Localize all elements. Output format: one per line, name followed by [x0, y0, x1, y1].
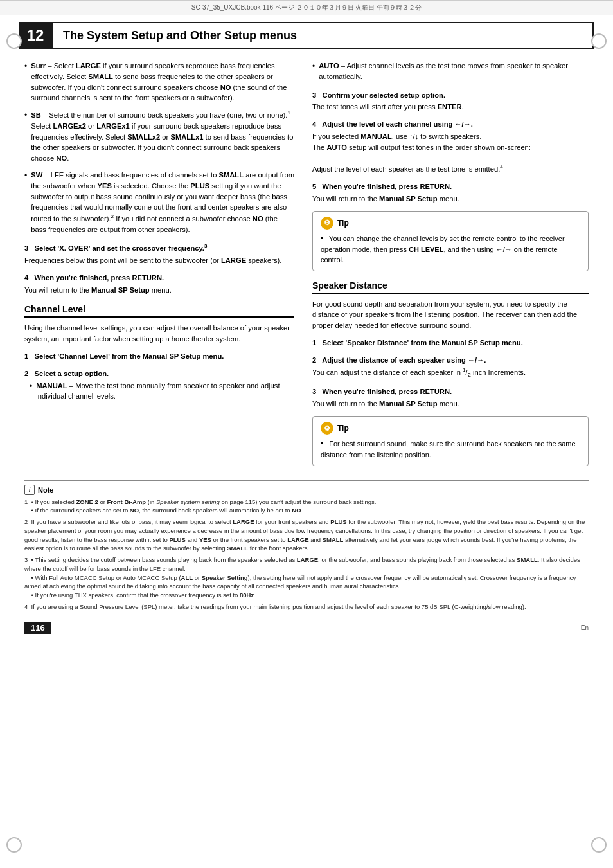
page-lang: En — [581, 624, 589, 631]
bullet-dot-sb: • — [24, 109, 27, 164]
step1-sd: 1 Select 'Speaker Distance' from the Man… — [312, 338, 589, 348]
note-section: i Note 1 • If you selected ZONE 2 or Fro… — [24, 480, 589, 611]
tip-channel-header: ⚙ Tip — [321, 217, 580, 230]
chapter-title: The System Setup and Other Setup menus — [51, 22, 594, 49]
tip-channel-content: • You can change the channel levels by s… — [321, 233, 580, 266]
note-item-2: 2 If you have a subwoofer and like lots … — [24, 518, 589, 553]
bullet-surr-text: Surr – Select LARGE if your surround spe… — [31, 60, 294, 104]
tip-channel-label: Tip — [337, 219, 349, 228]
bullet-dot-manual: • — [30, 381, 32, 402]
note-item-4: 4 If you are using a Sound Pressure Leve… — [24, 602, 589, 611]
chapter-number: 12 — [19, 22, 51, 49]
tip-sd: ⚙ Tip • For best surround sound, make su… — [312, 416, 589, 466]
corner-decoration-bl — [6, 837, 22, 853]
bullet-surr: • Surr – Select LARGE if your surround s… — [24, 60, 294, 104]
note-icon: i — [24, 485, 35, 495]
step4-left-title: 4 When you're finished, press RETURN. — [24, 273, 294, 284]
step3-sd-title: 3 When you're finished, press RETURN. — [312, 386, 589, 397]
corner-decoration-tr — [591, 33, 607, 49]
step3-right-body: The test tones will start after you pres… — [312, 102, 589, 113]
bullet-dot: • — [24, 60, 27, 104]
step4-left-body: You will return to the Manual SP Setup m… — [24, 285, 294, 296]
step3-left: 3 Select 'X. OVER' and set the crossover… — [24, 242, 294, 266]
bullet-dot-sw: • — [24, 170, 27, 235]
step5-right: 5 When you're finished, press RETURN. Yo… — [312, 181, 589, 204]
step2-sd-title: 2 Adjust the distance of each speaker us… — [312, 355, 589, 366]
page: SC-37_35_UXJCB.book 116 ページ ２０１０年３月９日 火曜… — [0, 0, 613, 868]
chapter-header: 12 The System Setup and Other Setup menu… — [19, 15, 594, 49]
step2-sd: 2 Adjust the distance of each speaker us… — [312, 355, 589, 381]
step4-right: 4 Adjust the level of each channel using… — [312, 119, 589, 175]
step1-sd-title: 1 Select 'Speaker Distance' from the Man… — [312, 338, 589, 348]
tip-icon: ⚙ — [321, 217, 333, 230]
step1-channel-title: 1 Select 'Channel Level' from the Manual… — [24, 351, 294, 362]
speaker-distance-intro: For good sound depth and separation from… — [312, 299, 589, 331]
bullet-sw-text: SW – LFE signals and bass frequencies of… — [31, 170, 294, 235]
header-bar: SC-37_35_UXJCB.book 116 ページ ２０１０年３月９日 火曜… — [0, 0, 613, 15]
file-info: SC-37_35_UXJCB.book 116 ページ ２０１０年３月９日 火曜… — [8, 3, 605, 12]
step1-channel: 1 Select 'Channel Level' from the Manual… — [24, 351, 294, 362]
step3-left-title: 3 Select 'X. OVER' and set the crossover… — [24, 242, 294, 254]
note-item-1: 1 • If you selected ZONE 2 or Front Bi-A… — [24, 498, 589, 516]
step4-right-title: 4 Adjust the level of each channel using… — [312, 119, 589, 130]
step2-channel: 2 Select a setup option. • MANUAL – Move… — [24, 368, 294, 402]
step3-sd-body: You will return to the Manual SP Setup m… — [312, 399, 589, 410]
note-item-3: 3 • This setting decides the cutoff betw… — [24, 556, 589, 600]
bullet-dot-auto: • — [312, 60, 315, 82]
step2-sd-body: You can adjust the distance of each spea… — [312, 366, 589, 380]
note-header: i Note — [24, 485, 589, 495]
step3-sd: 3 When you're finished, press RETURN. Yo… — [312, 386, 589, 410]
right-column: • AUTO – Adjust channel levels as the te… — [312, 60, 589, 473]
bullet-sb-text: SB – Select the number of surround back … — [31, 109, 294, 164]
note-content: 1 • If you selected ZONE 2 or Front Bi-A… — [24, 498, 589, 611]
corner-decoration-br — [591, 837, 607, 853]
bullet-auto-text: AUTO – Adjust channel levels as the test… — [319, 60, 589, 82]
page-number: 116 — [24, 622, 51, 634]
step2-manual-text: MANUAL – Move the test tone manually fro… — [36, 381, 294, 402]
step5-right-body: You will return to the Manual SP Setup m… — [312, 194, 589, 204]
page-footer: 116 En — [0, 617, 613, 639]
channel-level-heading: Channel Level — [24, 304, 294, 318]
bullet-auto: • AUTO – Adjust channel levels as the te… — [312, 60, 589, 82]
step2-channel-title: 2 Select a setup option. — [24, 368, 294, 379]
tip-sd-icon: ⚙ — [321, 422, 333, 435]
content-area: • Surr – Select LARGE if your surround s… — [0, 49, 613, 473]
speaker-distance-heading: Speaker Distance — [312, 280, 589, 294]
note-label: Note — [38, 486, 53, 494]
bullet-sw: • SW – LFE signals and bass frequencies … — [24, 170, 294, 235]
tip-channel: ⚙ Tip • You can change the channel level… — [312, 211, 589, 271]
step2-channel-manual: • MANUAL – Move the test tone manually f… — [30, 381, 294, 402]
tip-sd-content: • For best surround sound, make sure the… — [321, 438, 580, 460]
left-column: • Surr – Select LARGE if your surround s… — [24, 60, 294, 473]
tip-sd-header: ⚙ Tip — [321, 422, 580, 435]
channel-level-intro: Using the channel level settings, you ca… — [24, 323, 294, 345]
tip-sd-label: Tip — [337, 424, 349, 433]
step3-right: 3 Confirm your selected setup option. Th… — [312, 90, 589, 113]
step3-left-body: Frequencies below this point will be sen… — [24, 255, 294, 266]
bullet-sb: • SB – Select the number of surround bac… — [24, 109, 294, 164]
step4-right-body: If you selected MANUAL, use ↑/↓ to switc… — [312, 131, 589, 175]
bullet-section: • Surr – Select LARGE if your surround s… — [24, 60, 294, 235]
step4-left: 4 When you're finished, press RETURN. Yo… — [24, 273, 294, 296]
corner-decoration-tl — [6, 33, 22, 49]
step3-right-title: 3 Confirm your selected setup option. — [312, 90, 589, 101]
step5-right-title: 5 When you're finished, press RETURN. — [312, 181, 589, 192]
